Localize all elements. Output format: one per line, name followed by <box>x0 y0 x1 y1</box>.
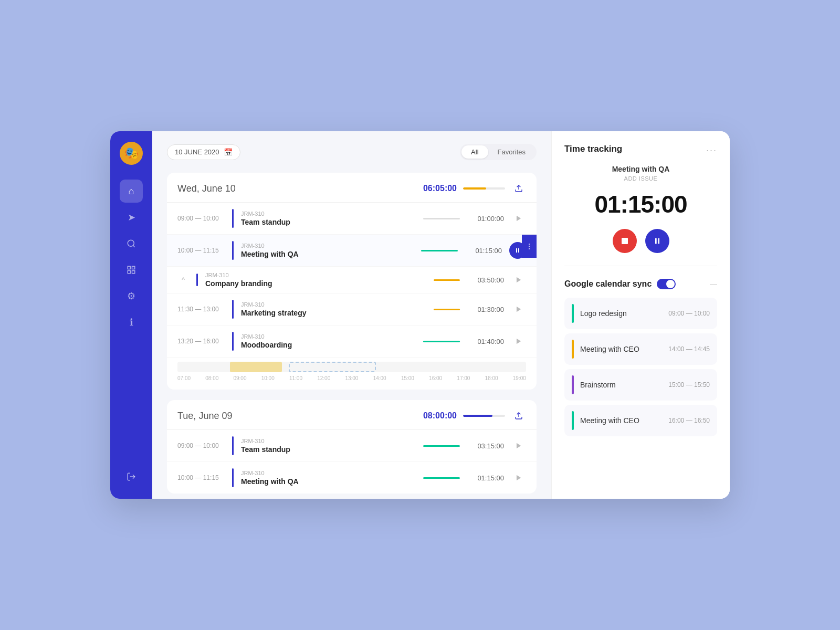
svg-rect-3 <box>132 266 135 269</box>
svg-rect-5 <box>132 271 135 274</box>
sidebar-item-home[interactable]: ⌂ <box>120 180 143 203</box>
entry-border <box>232 436 234 455</box>
sidebar-bottom <box>120 465 143 488</box>
timeline-label: 07:00 <box>177 375 191 381</box>
sidebar-item-info[interactable]: ℹ <box>120 311 143 334</box>
filter-tab-all[interactable]: All <box>461 145 488 159</box>
svg-rect-4 <box>128 271 130 274</box>
tracker-pause-button[interactable] <box>645 229 669 253</box>
timeline-label: 10:00 <box>261 375 275 381</box>
entry-info: JRM-310 Team standup <box>241 438 416 454</box>
play-button[interactable] <box>511 211 526 226</box>
play-button[interactable] <box>511 470 526 485</box>
entry-info: JRM-310 Team standup <box>241 211 416 226</box>
more-options-button[interactable]: ··· <box>706 145 717 156</box>
wed-progress-fill <box>463 187 486 190</box>
wed-progress-bar <box>463 187 505 190</box>
tue-day-label: Tue, <box>177 411 196 421</box>
table-row: 11:30 — 13:00 JRM-310 Marketing strategy… <box>167 293 537 326</box>
timeline-label: 19:00 <box>513 375 526 381</box>
time-range: 10:00 — 11:15 <box>177 247 225 254</box>
event-stripe <box>572 375 574 394</box>
timeline-block <box>230 362 282 372</box>
table-row: 09:00 — 10:00 JRM-310 Team standup 03:15… <box>167 430 537 462</box>
entry-duration: 03:15:00 <box>467 442 504 450</box>
gcal-toggle[interactable] <box>657 279 676 289</box>
stop-button[interactable] <box>613 229 637 253</box>
entry-info: JRM-310 Meeting with QA <box>241 243 414 258</box>
time-range: 09:00 — 10:00 <box>177 215 225 222</box>
svg-rect-9 <box>516 248 517 253</box>
wed-day-section: Wed, June 10 06:05:00 09:00 — 10:00 <box>167 173 537 390</box>
event-name: Brainstorm <box>580 381 662 389</box>
gcal-minimize-button[interactable]: — <box>710 280 717 288</box>
entry-duration: 01:30:00 <box>467 306 504 313</box>
tue-day-date: June 09 <box>198 411 232 421</box>
timeline-label: 16:00 <box>429 375 442 381</box>
svg-marker-16 <box>517 475 521 481</box>
entry-bar <box>434 309 460 310</box>
play-button[interactable] <box>511 302 526 317</box>
timeline-label: 17:00 <box>457 375 470 381</box>
sidebar-item-logout[interactable] <box>120 465 143 488</box>
entry-name: Meeting with QA <box>241 477 416 486</box>
wed-upload-button[interactable] <box>511 181 526 196</box>
avatar[interactable]: 🎭 <box>120 142 143 165</box>
entry-name: Company branding <box>205 279 426 288</box>
collapse-button[interactable]: ^ <box>177 274 189 286</box>
date-badge[interactable]: 10 JUNE 2020 📅 <box>167 144 240 160</box>
entry-name: Meeting with QA <box>241 250 414 258</box>
entry-border <box>196 274 198 286</box>
entry-border <box>232 241 234 260</box>
more-button[interactable]: ⋮ <box>522 235 537 258</box>
time-tracking-title: Time tracking <box>564 144 622 154</box>
entry-name: Team standup <box>241 445 416 454</box>
entry-border <box>232 332 234 351</box>
entry-border <box>232 300 234 319</box>
entry-duration: 03:50:00 <box>467 276 504 284</box>
play-button[interactable] <box>511 438 526 453</box>
entry-info: JRM-310 Company branding <box>205 272 426 288</box>
sidebar-item-settings[interactable]: ⚙ <box>120 285 143 308</box>
entry-border <box>232 209 234 228</box>
list-item: Brainstorm 15:00 — 15:50 <box>564 369 717 401</box>
entry-info: JRM-310 Meeting with QA <box>241 470 416 486</box>
sidebar: 🎭 ⌂ ➤ ⚙ ℹ <box>110 131 152 499</box>
play-button[interactable] <box>511 334 526 349</box>
tracker-add-issue[interactable]: ADD ISSUE <box>564 175 717 182</box>
tue-total-time: 08:00:00 <box>423 411 457 421</box>
svg-marker-15 <box>517 443 521 449</box>
entry-duration: 01:40:00 <box>467 338 504 345</box>
timeline-track <box>177 362 526 372</box>
filter-tab-favorites[interactable]: Favorites <box>488 145 535 159</box>
time-range: 10:00 — 11:15 <box>177 474 225 481</box>
timeline-section: 07:00 08:00 09:00 10:00 11:00 12:00 13:0… <box>167 358 537 390</box>
event-stripe <box>572 340 574 359</box>
wed-day-date: June 10 <box>202 183 236 194</box>
timeline-labels: 07:00 08:00 09:00 10:00 11:00 12:00 13:0… <box>177 375 526 381</box>
tue-progress-bar <box>463 415 505 417</box>
tue-day-section: Tue, June 09 08:00:00 09:00 — 10:00 <box>167 400 537 494</box>
tue-upload-button[interactable] <box>511 408 526 423</box>
entry-border <box>232 468 234 487</box>
calendar-events-list: Logo redesign 09:00 — 10:00 Meeting with… <box>564 298 717 440</box>
svg-marker-11 <box>517 277 521 283</box>
timeline-label: 09:00 <box>233 375 246 381</box>
timeline-block <box>289 362 376 372</box>
table-row: 10:00 — 11:15 JRM-310 Meeting with QA 01… <box>167 462 537 494</box>
svg-rect-2 <box>128 266 130 269</box>
event-name: Logo redesign <box>580 309 662 318</box>
date-label: 10 JUNE 2020 <box>175 148 219 156</box>
sidebar-nav: ⌂ ➤ ⚙ ℹ <box>120 180 143 465</box>
entry-issue: JRM-310 <box>241 333 416 340</box>
entry-info: JRM-310 Moodboarding <box>241 333 416 349</box>
play-button[interactable] <box>511 272 526 287</box>
event-stripe <box>572 304 574 323</box>
timeline-label: 08:00 <box>205 375 218 381</box>
wed-day-header: Wed, June 10 06:05:00 <box>167 173 537 203</box>
sidebar-item-bookmark[interactable] <box>120 258 143 281</box>
sidebar-item-send[interactable]: ➤ <box>120 206 143 229</box>
event-time: 14:00 — 14:45 <box>668 345 710 353</box>
sidebar-item-search[interactable] <box>120 232 143 255</box>
timeline-label: 18:00 <box>485 375 498 381</box>
